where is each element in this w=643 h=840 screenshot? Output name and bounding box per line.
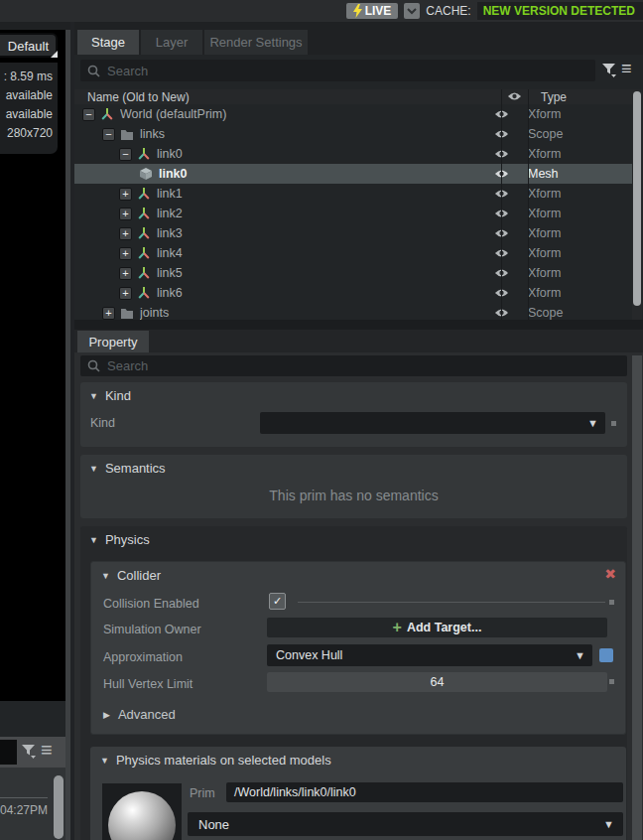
expand-toggle[interactable]: + <box>119 247 132 260</box>
property-search-field[interactable] <box>80 355 627 376</box>
kind-dropdown[interactable]: ▼ <box>260 412 605 434</box>
tab-property[interactable]: Property <box>77 331 149 352</box>
tab-stage[interactable]: Stage <box>77 30 139 55</box>
changed-value-indicator[interactable] <box>599 648 613 662</box>
collision-enabled-checkbox[interactable]: ✓ <box>269 593 286 610</box>
tree-row-link6[interactable]: + link6 Xform <box>74 283 632 303</box>
plus-icon: + <box>393 620 402 635</box>
section-physics: ▼ Physics ▼ Collider ✖ Collision Enabled… <box>80 526 627 840</box>
property-search-input[interactable] <box>105 357 627 374</box>
prim-name: link6 <box>157 286 488 300</box>
tree-column-header[interactable]: Name (Old to New) Type <box>74 89 632 104</box>
tree-row-world[interactable]: − World (defaultPrim) Xform <box>74 104 632 124</box>
scrollbar-thumb[interactable] <box>633 91 641 306</box>
tree-row-joints[interactable]: + joints Scope <box>74 303 632 320</box>
material-dropdown[interactable]: None ▼ <box>188 812 623 836</box>
prim-name: link0 <box>157 147 488 161</box>
console-menu-icon[interactable]: ≡ <box>41 739 53 762</box>
approximation-label: Approximation <box>103 650 183 664</box>
stage-panel: ≡ Name (Old to New) Type − World (defaul… <box>74 55 643 320</box>
tree-row-link1[interactable]: + link1 Xform <box>74 184 632 204</box>
tree-row-link0[interactable]: − link0 Xform <box>74 144 632 164</box>
collapse-toggle[interactable]: − <box>119 148 132 161</box>
tree-row-link0-mesh-selected[interactable]: link0 Mesh <box>74 164 632 184</box>
live-cluster: LIVE CACHE: NEW VERSION DETECTED <box>346 0 643 22</box>
hull-vertex-limit-label: Hull Vertex Limit <box>103 677 193 691</box>
column-visibility-eye-icon[interactable] <box>507 91 522 101</box>
column-name-header[interactable]: Name (Old to New) <box>87 90 190 104</box>
xform-icon <box>137 226 151 240</box>
prim-type: Mesh <box>515 167 632 181</box>
prim-name: World (defaultPrim) <box>120 107 488 121</box>
filter-funnel-icon[interactable] <box>21 744 37 760</box>
expand-toggle[interactable]: + <box>102 307 115 320</box>
tree-row-link5[interactable]: + link5 Xform <box>74 263 632 283</box>
collapse-arrow-icon: ▼ <box>100 756 109 766</box>
column-divider <box>501 89 502 320</box>
hull-vertex-limit-input[interactable]: 64 <box>267 672 607 692</box>
xform-icon <box>100 107 114 121</box>
viewport-window-edge: Default : 8.59 ms available available 28… <box>0 22 74 840</box>
tab-layer[interactable]: Layer <box>141 30 202 55</box>
live-dropdown-button[interactable] <box>404 3 420 19</box>
viewport-tab-default[interactable]: Default <box>0 33 58 58</box>
xform-icon <box>137 147 151 161</box>
horizontal-splitter[interactable] <box>74 320 643 330</box>
default-value-indicator[interactable] <box>609 600 614 605</box>
prim-type: Xform <box>515 286 632 300</box>
default-value-indicator[interactable] <box>611 421 616 426</box>
prim-type: Scope <box>515 306 632 320</box>
xform-icon <box>137 286 151 300</box>
prim-name: link4 <box>157 246 488 260</box>
physics-materials-group: ▼ Physics materials on selected models P… <box>90 747 626 840</box>
log-timestamp: 04:27PM <box>0 803 50 817</box>
log-divider <box>0 797 48 798</box>
section-physics-header[interactable]: ▼ Physics <box>80 526 627 547</box>
stage-options-icon[interactable]: ≡ <box>621 59 632 79</box>
tree-row-link2[interactable]: + link2 Xform <box>74 204 632 223</box>
add-target-button[interactable]: + Add Target... <box>267 618 607 637</box>
console-panel-top <box>0 701 65 737</box>
console-search-input[interactable] <box>0 740 17 765</box>
remove-collider-icon[interactable]: ✖ <box>604 566 616 582</box>
stage-search-input[interactable] <box>105 63 595 79</box>
dropdown-arrow-icon: ▼ <box>603 818 614 830</box>
prim-type: Xform <box>515 147 632 161</box>
prim-type: Xform <box>515 207 632 220</box>
collider-header[interactable]: ▼ Collider <box>91 562 625 583</box>
expand-toggle[interactable]: + <box>119 287 132 300</box>
prim-path-field[interactable]: /World/links/link0/link0 <box>226 782 623 802</box>
stat-line: available <box>0 86 58 105</box>
stage-search-field[interactable] <box>80 60 595 81</box>
tree-row-link3[interactable]: + link3 Xform <box>74 223 632 243</box>
column-type-header[interactable]: Type <box>541 90 567 104</box>
tree-row-links[interactable]: − links Scope <box>74 124 632 144</box>
expand-toggle[interactable]: + <box>119 188 132 201</box>
xform-icon <box>137 187 151 201</box>
stage-scrollbar[interactable] <box>632 89 642 320</box>
expand-toggle[interactable]: + <box>119 227 132 240</box>
folder-icon <box>120 306 134 320</box>
section-semantics-header[interactable]: ▼ Semantics <box>80 455 627 476</box>
live-sync-button[interactable]: LIVE <box>346 3 399 19</box>
prim-type: Scope <box>515 127 632 141</box>
property-scrollbar[interactable] <box>632 355 642 840</box>
xform-icon <box>137 266 151 280</box>
default-value-indicator[interactable] <box>609 679 614 684</box>
expand-toggle[interactable]: + <box>119 267 132 280</box>
expand-toggle[interactable]: + <box>119 208 132 220</box>
section-kind-header[interactable]: ▼ Kind <box>80 382 627 403</box>
prim-type: Xform <box>515 107 632 121</box>
tab-render-settings[interactable]: Render Settings <box>204 30 308 55</box>
tree-row-link4[interactable]: + link4 Xform <box>74 243 632 263</box>
collapse-toggle[interactable]: − <box>82 108 95 121</box>
console-scrollbar[interactable] <box>54 775 64 839</box>
filter-funnel-icon[interactable] <box>601 63 617 78</box>
stat-line: available <box>0 105 58 124</box>
column-divider <box>528 89 529 320</box>
advanced-label: Advanced <box>118 707 176 722</box>
approximation-dropdown[interactable]: Convex Hull ▼ <box>267 644 592 666</box>
materials-header[interactable]: ▼ Physics materials on selected models <box>90 747 626 768</box>
advanced-toggle[interactable]: ▶ Advanced <box>103 707 176 722</box>
collapse-toggle[interactable]: − <box>102 128 115 141</box>
